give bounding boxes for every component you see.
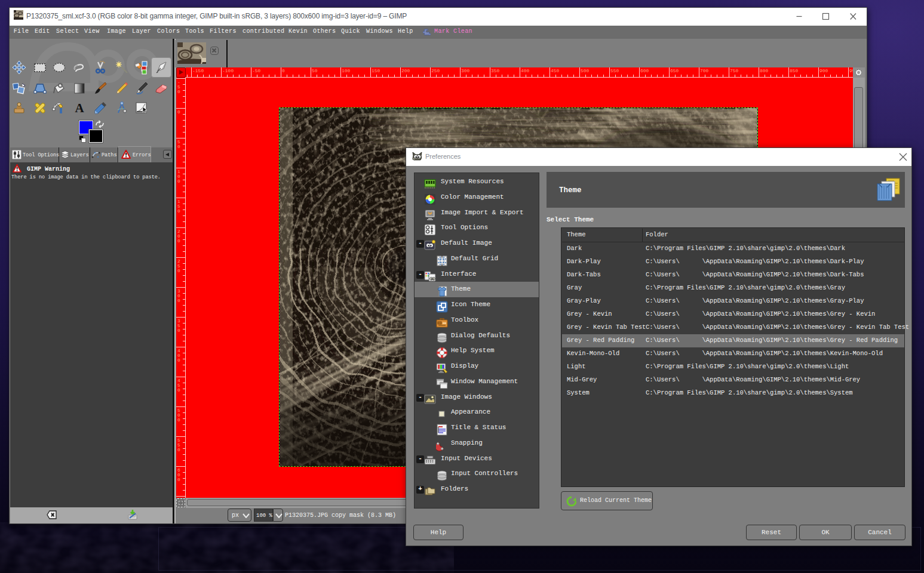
svg-text:A: A — [75, 101, 84, 115]
